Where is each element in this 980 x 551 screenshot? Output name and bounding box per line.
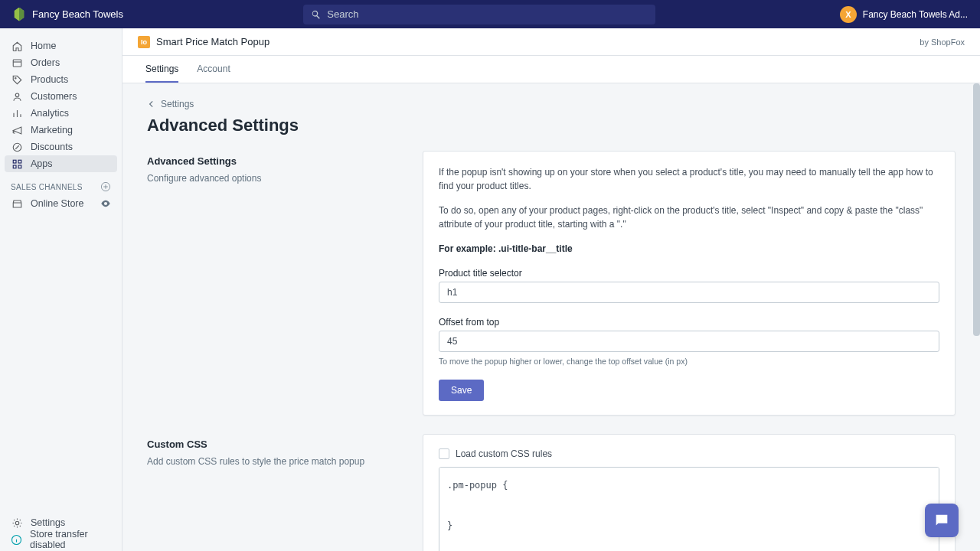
field-selector: Product title selector [439, 268, 939, 303]
section-left: Advanced Settings Configure advanced opt… [147, 151, 407, 416]
search-icon [311, 9, 321, 20]
nav-marketing[interactable]: Marketing [0, 122, 122, 139]
offset-input[interactable] [439, 331, 939, 352]
sidebar: Home Orders Products Customers Analytics… [0, 28, 122, 551]
marketing-icon [11, 124, 23, 136]
load-css-checkbox[interactable] [439, 448, 449, 459]
nav-label: Orders [31, 57, 60, 68]
user-name: Fancy Beach Towels Ad... [863, 9, 968, 20]
orders-icon [11, 57, 23, 69]
css-card: Load custom CSS rules Save [423, 434, 956, 551]
home-icon [11, 40, 23, 52]
page-title: Advanced Settings [147, 116, 956, 135]
nav-label: Products [31, 74, 68, 85]
info-icon [11, 533, 22, 546]
discounts-icon [11, 141, 23, 153]
app-logo-icon: Io [138, 36, 150, 48]
svg-rect-0 [13, 60, 21, 67]
chat-button[interactable] [925, 504, 959, 537]
offset-help: To move the popup higher or lower, chang… [439, 357, 939, 366]
search-input[interactable] [327, 8, 648, 20]
nav-label: Marketing [31, 125, 73, 135]
topbar-right[interactable]: X Fancy Beach Towels Ad... [840, 6, 968, 23]
nav-orders[interactable]: Orders [0, 54, 122, 71]
nav-transfer[interactable]: Store transfer disabled [0, 531, 122, 548]
nav-label: Apps [31, 158, 53, 169]
intro-text-1: If the popup isn't showing up on your st… [439, 165, 939, 193]
scrollbar-thumb[interactable] [973, 83, 980, 336]
view-store-icon[interactable] [100, 198, 111, 209]
customers-icon [11, 90, 23, 103]
offset-label: Offset from top [439, 317, 939, 328]
sales-channels-heading: SALES CHANNELS [0, 172, 122, 195]
svg-rect-5 [18, 160, 21, 163]
section-desc: Add custom CSS rules to style the price … [147, 456, 407, 467]
app-header: Io Smart Price Match Popup by ShopFox [122, 28, 980, 56]
section-css: Custom CSS Add custom CSS rules to style… [147, 434, 956, 551]
search-bar[interactable] [303, 5, 655, 24]
nav-label: Analytics [31, 108, 69, 119]
selector-input[interactable] [439, 282, 939, 303]
svg-point-1 [15, 77, 16, 79]
section-heading: Advanced Settings [147, 155, 407, 167]
nav-label: Home [31, 41, 56, 51]
nav-label: Customers [31, 91, 77, 102]
topbar-left: Fancy Beach Towels [12, 8, 303, 21]
nav-apps[interactable]: Apps [5, 155, 117, 172]
advanced-card: If the popup isn't showing up on your st… [423, 151, 956, 416]
breadcrumb-label: Settings [161, 99, 194, 109]
scrollbar-track [973, 83, 980, 551]
intro-text-2: To do so, open any of your product pages… [439, 204, 939, 231]
css-textarea[interactable] [439, 467, 939, 551]
main: Io Smart Price Match Popup by ShopFox Se… [122, 28, 980, 551]
section-desc: Configure advanced options [147, 173, 407, 184]
content-area: Settings Advanced Settings Advanced Sett… [122, 83, 980, 551]
nav-label: Discounts [31, 142, 73, 152]
nav-analytics[interactable]: Analytics [0, 105, 122, 122]
nav-label: Store transfer disabled [30, 529, 111, 550]
breadcrumb[interactable]: Settings [147, 99, 956, 109]
nav-online-store[interactable]: Online Store [0, 195, 122, 212]
field-offset: Offset from top To move the popup higher… [439, 317, 939, 366]
section-advanced: Advanced Settings Configure advanced opt… [147, 151, 956, 416]
chevron-left-icon [147, 99, 156, 109]
svg-point-2 [15, 93, 19, 97]
app-publisher: by ShopFox [920, 37, 965, 47]
svg-rect-6 [13, 165, 16, 168]
gear-icon [11, 517, 23, 529]
app-title: Smart Price Match Popup [156, 36, 270, 47]
nav-label: Online Store [31, 198, 83, 209]
section-heading: Custom CSS [147, 439, 407, 450]
apps-icon [11, 158, 23, 170]
tabs: Settings Account [122, 56, 980, 83]
svg-rect-7 [18, 165, 21, 168]
shopify-logo-icon [12, 8, 26, 21]
nav-discounts[interactable]: Discounts [0, 139, 122, 155]
example-text: For example: .ui-title-bar__title [439, 242, 939, 256]
chat-icon [933, 512, 950, 529]
topbar: Fancy Beach Towels X Fancy Beach Towels … [0, 0, 980, 28]
nav-home[interactable]: Home [0, 37, 122, 54]
svg-rect-4 [13, 160, 16, 163]
selector-label: Product title selector [439, 268, 939, 279]
section-left: Custom CSS Add custom CSS rules to style… [147, 434, 407, 551]
nav-label: Settings [31, 517, 65, 528]
checkbox-row[interactable]: Load custom CSS rules [439, 448, 939, 459]
store-icon [11, 197, 23, 210]
avatar[interactable]: X [840, 6, 857, 23]
store-name[interactable]: Fancy Beach Towels [32, 8, 123, 20]
analytics-icon [11, 107, 23, 119]
svg-point-9 [15, 521, 19, 525]
nav-products[interactable]: Products [0, 71, 122, 88]
checkbox-label: Load custom CSS rules [456, 448, 552, 459]
products-icon [11, 73, 23, 86]
tab-settings[interactable]: Settings [145, 56, 178, 83]
add-channel-icon[interactable] [100, 181, 111, 192]
nav-customers[interactable]: Customers [0, 88, 122, 105]
save-button[interactable]: Save [439, 380, 484, 401]
tab-account[interactable]: Account [197, 56, 230, 83]
